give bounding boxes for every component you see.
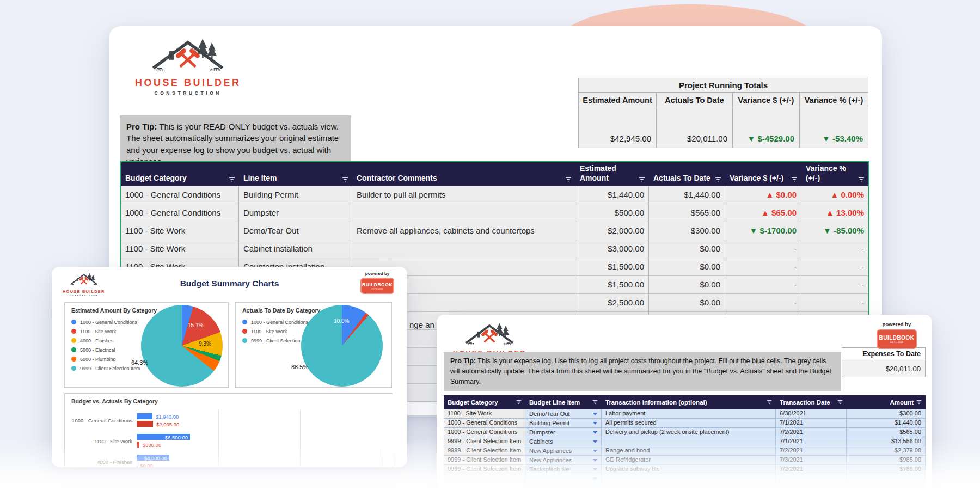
table-row <box>444 474 926 483</box>
filter-icon[interactable] <box>837 400 843 405</box>
pie-slice-label: 10.0% <box>334 318 349 324</box>
logo-year-label: 2019 <box>504 342 512 346</box>
sheet-cell: $500.00 <box>575 204 649 222</box>
dropdown-arrow-icon[interactable] <box>593 450 597 452</box>
pie-chart-actuals-box: Actuals To Date By Category 1000 - Gener… <box>235 302 392 388</box>
expenses-to-date-label: Expenses To Date <box>842 348 925 360</box>
sheet-cell: Upgrade subway tile <box>602 465 776 474</box>
legend-dot <box>71 329 76 334</box>
filter-icon[interactable] <box>916 400 922 405</box>
filter-icon[interactable] <box>565 177 572 182</box>
dropdown-arrow-icon[interactable] <box>593 413 597 415</box>
sheet-cell <box>602 437 776 446</box>
sheet-cell: ▲ $0.00 <box>725 186 801 204</box>
logo-year-label: 2019 <box>210 68 221 72</box>
logo-name: HOUSE BUILDER <box>63 289 105 294</box>
filter-icon[interactable] <box>715 177 721 182</box>
house-logo-icon: EST. 2019 <box>151 36 225 78</box>
sheet-cell <box>776 474 847 483</box>
filter-icon[interactable] <box>767 400 772 405</box>
running-totals-title: Project Running Totals <box>579 78 868 93</box>
bar-category-label: 1000 - General Conditions <box>65 413 132 427</box>
filter-icon[interactable] <box>229 177 235 182</box>
sheet-cell: 7/2/2021 <box>776 446 847 455</box>
bar-chart-row: 1100 - Site Work$6,500.00$300.00 <box>65 434 393 448</box>
table-row: 1000 - General ConditionsBuilding Permit… <box>444 419 926 428</box>
pie-slice-label: 9.3% <box>199 341 211 347</box>
legend-dot <box>71 357 76 362</box>
sheet-cell: $786.00 <box>847 465 926 474</box>
filter-icon[interactable] <box>516 400 522 405</box>
sheet-cell: - <box>725 294 801 311</box>
column-header: Estimated Amount <box>579 93 657 108</box>
sheet-cell: $0.00 <box>649 294 725 311</box>
sheet-cell: Demo/Tear Out <box>525 409 602 418</box>
filter-icon[interactable] <box>342 177 348 182</box>
legend-dot <box>71 320 76 324</box>
legend-item: 5000 - Electrical <box>71 345 140 354</box>
bar <box>137 421 153 427</box>
sheet-cell: - <box>801 240 868 258</box>
sheet-cell: 7/3/2021 <box>776 456 847 464</box>
powered-by-badge: powered by BUILDBOOK EST'D 2018 <box>877 321 917 349</box>
dropdown-arrow-icon[interactable] <box>593 440 597 443</box>
sheet-cell: Cabinets <box>525 437 602 446</box>
pie-chart <box>301 305 383 387</box>
sheet-cell <box>352 204 575 222</box>
sheet-cell: ▲ $65.00 <box>725 204 801 222</box>
sheet-cell <box>352 240 575 258</box>
column-header-contractor-comments: Contractor Comments <box>352 162 575 186</box>
bar-value-label: $6,500.00 <box>165 434 188 440</box>
sheet-cell: Demo/Tear Out <box>239 222 352 240</box>
sheet-cell: $0.00 <box>649 258 725 275</box>
dropdown-arrow-icon[interactable] <box>593 422 597 425</box>
sheet-cell: 1100 - Site Work <box>121 240 239 258</box>
sheet-cell: 1000 - General Conditions <box>444 419 525 427</box>
filter-icon[interactable] <box>791 177 798 182</box>
sheet-cell: 9999 - Client Selection Item <box>444 446 525 455</box>
legend-item: 6000 - Plumbing <box>71 354 140 364</box>
table-row: 1100 - Site WorkCabinet installation$3,0… <box>121 240 868 258</box>
sheet-cell: $300.00 <box>847 409 926 418</box>
sheet-cell: $1,440.00 <box>847 419 926 427</box>
sheet-cell: 7/1/2021 <box>776 437 847 446</box>
legend-item: 1000 - General Conditions <box>242 317 311 327</box>
powered-by-label: powered by <box>877 321 917 327</box>
pro-tip-note: Pro Tip: This is your expense log. Use t… <box>444 352 841 391</box>
filter-icon[interactable] <box>592 400 598 405</box>
column-header-variance-pct: Variance % (+/-) <box>801 162 868 186</box>
column-header-transaction-date: Transaction Date <box>776 395 847 409</box>
chart-title: Estimated Amount By Category <box>71 307 157 314</box>
column-header-estimated-amount: Estimated Amount <box>575 162 649 186</box>
column-header-variance-dollar: Variance $ (+/-) <box>725 162 801 186</box>
sheet-cell <box>602 474 776 483</box>
legend-item: 1100 - Site Work <box>242 327 311 336</box>
running-totals-table: Project Running Totals Estimated Amount … <box>578 78 868 148</box>
column-header-actuals-to-date: Actuals To Date <box>649 162 725 186</box>
legend-item: 4000 - Finishes <box>71 336 140 345</box>
filter-icon[interactable] <box>858 177 865 182</box>
sheet-cell <box>847 474 926 483</box>
table-row: 1000 - General ConditionsBuilding Permit… <box>121 186 868 204</box>
sheet-cell: $0.00 <box>649 240 725 258</box>
dropdown-arrow-icon[interactable] <box>593 477 597 480</box>
sheet-cell: $565.00 <box>847 428 926 437</box>
sheet-cell: 9999 - Client Selection Item <box>444 465 525 474</box>
sheet-cell: 6/30/2021 <box>776 409 847 418</box>
sheet-cell: Builder to pull all permits <box>352 186 575 204</box>
sheet-cell: Cabinet installation <box>239 240 352 258</box>
expenses-to-date-value: $20,011.00 <box>842 360 925 377</box>
legend-item: 9999 - Client Selection Item <box>71 364 140 373</box>
filter-icon[interactable] <box>639 177 645 182</box>
column-header-amount: Amount <box>847 395 926 409</box>
dropdown-arrow-icon[interactable] <box>593 487 597 489</box>
dropdown-arrow-icon[interactable] <box>593 431 597 434</box>
dropdown-arrow-icon[interactable] <box>593 468 597 471</box>
table-row: 1100 - Site WorkDemo/Tear OutLabor payme… <box>444 409 926 419</box>
table-row: 1000 - General ConditionsDumpster$500.00… <box>121 204 868 222</box>
sheet-cell: ▲ 0.00% <box>801 186 868 204</box>
buildbook-logo: BUILDBOOK EST'D 2018 <box>877 329 917 349</box>
sheet-cell: 7/2/2021 <box>776 465 847 474</box>
sheet-cell: New Appliances <box>525 456 602 464</box>
dropdown-arrow-icon[interactable] <box>593 459 597 462</box>
